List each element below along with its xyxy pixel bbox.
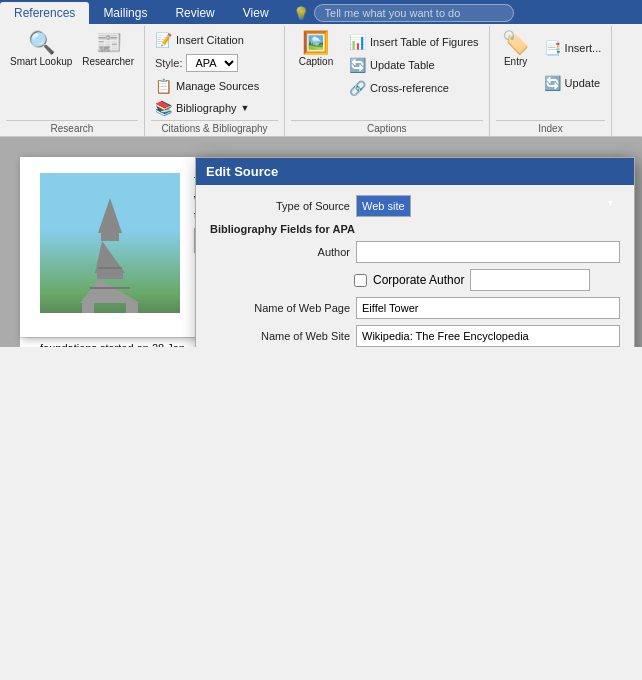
insert-citation-icon: 📝: [155, 32, 172, 48]
type-of-source-select[interactable]: Web site: [356, 195, 411, 217]
update-table-icon: 🔄: [349, 57, 366, 73]
bibliography-icon: 📚: [155, 100, 172, 116]
citations-group-label: Citations & Bibliography: [151, 120, 278, 134]
insert-citation-label: Insert Citation: [176, 34, 244, 46]
insert-table-figures-button[interactable]: 📊 Insert Table of Figures: [345, 32, 483, 52]
group-research: 🔍 Smart Lookup 📰 Researcher Research: [0, 26, 145, 136]
webpage-row: Name of Web Page: [210, 297, 620, 319]
edit-source-dialog: Edit Source Type of Source Web site Bibl…: [195, 157, 635, 347]
group-index: 🏷️ Entry 📑 Insert... 🔄 Update Index: [490, 26, 613, 136]
corporate-author-label: Corporate Author: [373, 273, 464, 287]
website-row: Name of Web Site: [210, 325, 620, 347]
insert-table-figures-label: Insert Table of Figures: [370, 36, 479, 48]
insert-citation-button[interactable]: 📝 Insert Citation: [151, 30, 248, 50]
corporate-author-input[interactable]: [470, 269, 590, 291]
cross-reference-button[interactable]: 🔗 Cross-reference: [345, 78, 483, 98]
smart-lookup-label: Smart Lookup: [10, 56, 72, 67]
insert-index-icon: 📑: [544, 40, 561, 56]
mark-entry-icon: 🏷️: [502, 32, 529, 54]
update-index-icon: 🔄: [544, 75, 561, 91]
bibliography-button[interactable]: 📚 Bibliography ▼: [151, 98, 253, 118]
bibliography-label: Bibliography: [176, 102, 237, 114]
insert-table-figures-icon: 📊: [349, 34, 366, 50]
dialog-title: Edit Source: [196, 158, 634, 185]
eiffel-image: [40, 173, 180, 313]
style-select[interactable]: APA: [186, 54, 238, 72]
smart-lookup-icon: 🔍: [28, 32, 55, 54]
tab-review[interactable]: Review: [161, 2, 228, 24]
type-of-source-row: Type of Source Web site: [210, 195, 620, 217]
website-input[interactable]: [356, 325, 620, 347]
style-row: Style: APA: [151, 52, 243, 74]
index-col: 📑 Insert... 🔄 Update: [540, 30, 606, 100]
group-citations: 📝 Insert Citation Style: APA 📋 Manage So…: [145, 26, 285, 136]
update-index-button[interactable]: 🔄 Update: [540, 73, 606, 93]
author-label: Author: [210, 246, 350, 258]
researcher-label: Researcher: [82, 56, 134, 67]
author-input[interactable]: [356, 241, 620, 263]
tab-references[interactable]: References: [0, 2, 89, 24]
author-row: Author: [210, 241, 620, 263]
manage-sources-icon: 📋: [155, 78, 172, 94]
bibliography-section-label: Bibliography Fields for APA: [210, 223, 620, 235]
document-area: The Eiffel Tower (/ˈaɪfəl ˈtaʊər/ EYE-fə…: [0, 137, 642, 347]
update-table-label: Update Table: [370, 59, 435, 71]
manage-sources-button[interactable]: 📋 Manage Sources: [151, 76, 263, 96]
index-group-label: Index: [496, 120, 606, 134]
manage-sources-label: Manage Sources: [176, 80, 259, 92]
webpage-input[interactable]: [356, 297, 620, 319]
update-index-label: Update: [565, 77, 600, 89]
insert-index-label: Insert...: [565, 42, 602, 54]
corporate-author-row: Corporate Author: [354, 269, 620, 291]
captions-group-label: Captions: [291, 120, 483, 134]
svg-rect-1: [101, 233, 119, 241]
insert-caption-icon: 🖼️: [302, 32, 329, 54]
website-label: Name of Web Site: [210, 330, 350, 342]
style-label: Style:: [155, 57, 183, 69]
cross-reference-label: Cross-reference: [370, 82, 449, 94]
researcher-icon: 📰: [95, 32, 122, 54]
captions-col: 📊 Insert Table of Figures 🔄 Update Table…: [345, 30, 483, 100]
svg-rect-3: [97, 273, 123, 279]
type-of-source-label: Type of Source: [210, 200, 350, 212]
insert-index-button[interactable]: 📑 Insert...: [540, 38, 606, 58]
type-of-source-wrapper: Web site: [356, 195, 620, 217]
svg-marker-4: [80, 279, 140, 303]
mark-entry-button[interactable]: 🏷️ Entry: [496, 30, 536, 69]
svg-rect-5: [82, 303, 94, 313]
tab-view[interactable]: View: [229, 2, 283, 24]
insert-caption-label: Caption: [299, 56, 333, 67]
tab-mailings[interactable]: Mailings: [89, 2, 161, 24]
researcher-button[interactable]: 📰 Researcher: [78, 30, 138, 69]
corporate-author-checkbox[interactable]: [354, 274, 367, 287]
cross-reference-icon: 🔗: [349, 80, 366, 96]
svg-marker-0: [98, 198, 122, 233]
insert-caption-button[interactable]: 🖼️ Caption: [291, 30, 341, 69]
svg-rect-6: [126, 303, 138, 313]
mark-entry-label: Entry: [504, 56, 527, 67]
update-table-button[interactable]: 🔄 Update Table: [345, 55, 483, 75]
research-group-label: Research: [6, 120, 138, 134]
group-captions: 🖼️ Caption 📊 Insert Table of Figures 🔄 U…: [285, 26, 490, 136]
tellme-input[interactable]: [314, 4, 514, 22]
webpage-label: Name of Web Page: [210, 302, 350, 314]
smart-lookup-button[interactable]: 🔍 Smart Lookup: [6, 30, 76, 69]
